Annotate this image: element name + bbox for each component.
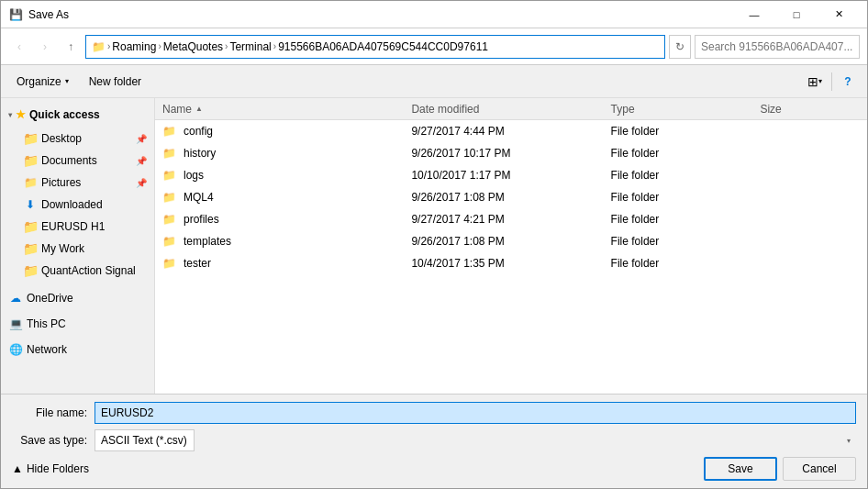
- quick-access-icon: ★: [16, 108, 26, 121]
- documents-icon: 📁: [23, 153, 38, 168]
- title-bar: 💾 Save As — □ ✕: [1, 1, 867, 28]
- view-icon: ⊞: [807, 74, 818, 89]
- row-name: 📁 logs: [162, 169, 411, 182]
- filetype-label: Save as type:: [12, 434, 95, 447]
- table-row[interactable]: 📁 profiles 9/27/2017 4:21 PM File folder: [155, 208, 867, 230]
- hide-folders-button[interactable]: ▲ Hide Folders: [12, 462, 89, 475]
- window-icon: 💾: [8, 7, 23, 22]
- quantaction-label: QuantAction Signal: [41, 264, 136, 277]
- eurusd-icon: 📁: [23, 219, 38, 234]
- pictures-pin: 📌: [136, 178, 147, 188]
- file-list: Name ▲ Date modified Type Size 📁 config: [155, 98, 867, 394]
- filename-input[interactable]: [95, 402, 856, 424]
- pictures-icon: 📁: [23, 175, 38, 190]
- bottom-bar: File name: Save as type: ASCII Text (*.c…: [1, 394, 867, 488]
- sort-arrow: ▲: [195, 105, 203, 113]
- sidebar-item-mywork[interactable]: 📁 My Work: [1, 238, 154, 260]
- documents-pin: 📌: [136, 156, 147, 166]
- folder-icon: 📁: [162, 147, 176, 160]
- filetype-row: Save as type: ASCII Text (*.csv) ▾: [12, 429, 856, 451]
- thispc-label: This PC: [27, 317, 66, 330]
- organize-button[interactable]: Organize ▾: [8, 70, 77, 94]
- row-name: 📁 config: [162, 125, 411, 138]
- address-bar: ‹ › ↑ 📁 › Roaming › MetaQuotes › Termina…: [1, 28, 867, 65]
- maximize-button[interactable]: □: [775, 1, 818, 28]
- cancel-button[interactable]: Cancel: [783, 457, 856, 481]
- row-name: 📁 history: [162, 147, 411, 160]
- quick-access-header[interactable]: ▾ ★ Quick access: [1, 102, 154, 128]
- quick-access-label: Quick access: [29, 108, 100, 121]
- network-icon: 🌐: [8, 342, 23, 357]
- divider: [831, 72, 832, 91]
- hide-folders-label: Hide Folders: [27, 462, 89, 475]
- sidebar-item-quantaction[interactable]: 📁 QuantAction Signal: [1, 260, 154, 282]
- new-folder-button[interactable]: New folder: [81, 70, 150, 94]
- folder-icon: 📁: [162, 169, 176, 182]
- path-roaming: Roaming: [112, 40, 156, 53]
- sidebar-item-thispc[interactable]: 💻 This PC: [1, 313, 154, 335]
- path-icon: 📁: [92, 40, 106, 53]
- quick-access-chevron: ▾: [8, 111, 12, 119]
- main-content: ▾ ★ Quick access 📁 Desktop 📌 📁 Documents…: [1, 98, 867, 394]
- select-arrow-icon: ▾: [847, 437, 851, 445]
- header-name[interactable]: Name ▲: [162, 103, 411, 116]
- minimize-button[interactable]: —: [733, 1, 775, 28]
- row-name: 📁 MQL4: [162, 191, 411, 204]
- sidebar-item-network[interactable]: 🌐 Network: [1, 339, 154, 361]
- downloaded-icon: ⬇: [23, 197, 38, 212]
- desktop-label: Desktop: [41, 132, 82, 145]
- table-row[interactable]: 📁 templates 9/26/2017 1:08 PM File folde…: [155, 230, 867, 252]
- pictures-label: Pictures: [41, 176, 81, 189]
- table-row[interactable]: 📁 MQL4 9/26/2017 1:08 PM File folder: [155, 186, 867, 208]
- filename-label: File name:: [12, 406, 95, 419]
- view-arrow: ▾: [818, 77, 822, 85]
- save-button-wrapper: Save: [704, 457, 777, 481]
- organize-label: Organize: [17, 75, 61, 88]
- table-row[interactable]: 📁 logs 10/10/2017 1:17 PM File folder: [155, 164, 867, 186]
- eurusd-label: EURUSD H1: [41, 220, 105, 233]
- address-path[interactable]: 📁 › Roaming › MetaQuotes › Terminal › 91…: [85, 35, 665, 59]
- search-input[interactable]: [695, 35, 860, 59]
- up-button[interactable]: ↑: [60, 36, 82, 58]
- sidebar-item-pictures[interactable]: 📁 Pictures 📌: [1, 172, 154, 194]
- toolbar: Organize ▾ New folder ⊞ ▾ ?: [1, 65, 867, 98]
- header-date[interactable]: Date modified: [411, 103, 610, 116]
- window-controls: — □ ✕: [733, 1, 860, 28]
- desktop-pin: 📌: [136, 134, 147, 144]
- sidebar-item-documents[interactable]: 📁 Documents 📌: [1, 150, 154, 172]
- header-type[interactable]: Type: [611, 103, 761, 116]
- folder-icon: 📁: [162, 125, 176, 138]
- folder-icon: 📁: [162, 257, 176, 270]
- row-name: 📁 profiles: [162, 213, 411, 226]
- downloaded-label: Downloaded: [41, 198, 103, 211]
- close-button[interactable]: ✕: [818, 1, 860, 28]
- refresh-button[interactable]: ↻: [669, 35, 691, 59]
- sidebar-item-desktop[interactable]: 📁 Desktop 📌: [1, 128, 154, 150]
- path-metaquotes: MetaQuotes: [163, 40, 223, 53]
- view-button[interactable]: ⊞ ▾: [802, 70, 828, 94]
- sidebar-item-onedrive[interactable]: ☁ OneDrive: [1, 287, 154, 309]
- form-buttons: ▲ Hide Folders Save Cancel: [12, 457, 856, 481]
- sidebar-item-downloaded[interactable]: ⬇ Downloaded: [1, 194, 154, 216]
- forward-button[interactable]: ›: [34, 36, 56, 58]
- sidebar-item-eurusd[interactable]: 📁 EURUSD H1: [1, 216, 154, 238]
- file-list-header[interactable]: Name ▲ Date modified Type Size: [155, 98, 867, 120]
- table-row[interactable]: 📁 config 9/27/2017 4:44 PM File folder: [155, 120, 867, 142]
- filetype-select[interactable]: ASCII Text (*.csv): [95, 429, 195, 451]
- quantaction-icon: 📁: [23, 263, 38, 278]
- table-row[interactable]: 📁 tester 10/4/2017 1:35 PM File folder: [155, 252, 867, 274]
- row-name: 📁 templates: [162, 235, 411, 248]
- window-title: Save As: [28, 8, 733, 21]
- path-current: 915566BA06ADA407569C544CC0D97611: [278, 40, 488, 53]
- folder-icon: 📁: [162, 235, 176, 248]
- filetype-wrapper: ASCII Text (*.csv) ▾: [95, 429, 856, 451]
- row-name: 📁 tester: [162, 257, 411, 270]
- onedrive-label: OneDrive: [27, 292, 73, 305]
- header-size[interactable]: Size: [760, 103, 860, 116]
- save-button[interactable]: Save: [704, 457, 777, 481]
- table-row[interactable]: 📁 history 9/26/2017 10:17 PM File folder: [155, 142, 867, 164]
- help-button[interactable]: ?: [836, 70, 860, 94]
- desktop-icon: 📁: [23, 131, 38, 146]
- back-button[interactable]: ‹: [8, 36, 30, 58]
- network-label: Network: [27, 343, 67, 356]
